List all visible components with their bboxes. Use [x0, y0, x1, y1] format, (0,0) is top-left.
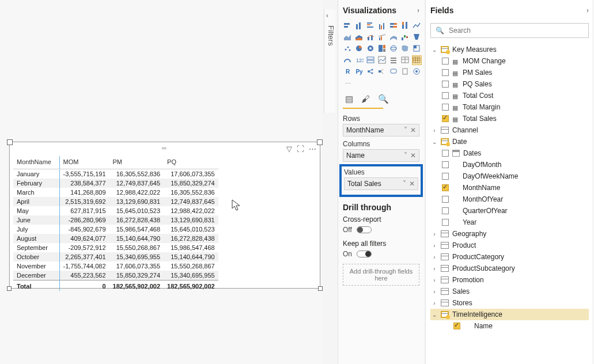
table-node[interactable]: ⌄ Date: [430, 136, 589, 147]
field-node[interactable]: ▦ Total Margin: [430, 101, 589, 113]
field-checkbox[interactable]: [442, 207, 449, 214]
clustered-column-icon[interactable]: [377, 21, 387, 31]
col-header[interactable]: PM: [109, 156, 164, 169]
gauge-icon[interactable]: [343, 55, 353, 65]
table-node[interactable]: › Stores: [430, 297, 589, 309]
columns-well[interactable]: Name ˅✕: [343, 149, 419, 162]
multirow-card-icon[interactable]: [366, 55, 376, 65]
remove-icon[interactable]: ✕: [409, 180, 415, 188]
table-node[interactable]: › Geography: [430, 228, 589, 240]
table-row[interactable]: May627,817,91515,645,010,52312,988,422,0…: [13, 206, 218, 215]
hundred-bar-icon[interactable]: [389, 21, 399, 31]
slicer-icon[interactable]: [389, 55, 399, 65]
ribbon-icon[interactable]: [389, 32, 399, 42]
field-node[interactable]: ▦ Total Cost: [430, 90, 589, 101]
filled-map-icon[interactable]: [400, 44, 410, 54]
stacked-area-icon[interactable]: [354, 32, 364, 42]
filter-icon[interactable]: ▽: [286, 145, 292, 153]
table-row[interactable]: March141,268,80912,988,422,02216,305,552…: [13, 188, 218, 197]
pie-icon[interactable]: [354, 44, 364, 54]
kpi-icon[interactable]: [377, 55, 387, 65]
col-header[interactable]: MOM: [59, 156, 109, 169]
filters-pane-collapsed[interactable]: ‹ Filters: [324, 9, 335, 113]
field-node[interactable]: Year: [430, 217, 589, 228]
values-well[interactable]: Total Sales ˅✕: [344, 177, 418, 190]
table-row[interactable]: February238,584,37712,749,837,64515,850,…: [13, 179, 218, 188]
field-checkbox[interactable]: [442, 104, 449, 111]
table-node[interactable]: ⌄ TimeIntelligence: [430, 309, 589, 320]
treemap-icon[interactable]: [377, 44, 387, 54]
chevron-right-icon[interactable]: ›: [417, 6, 419, 14]
field-checkbox[interactable]: [442, 184, 449, 191]
line-clustered-icon[interactable]: [377, 32, 387, 42]
table-node[interactable]: › Channel: [430, 124, 589, 136]
matrix-icon[interactable]: [412, 55, 422, 65]
remove-icon[interactable]: ✕: [410, 126, 416, 134]
field-node[interactable]: MonthName: [430, 182, 589, 194]
field-node[interactable]: Name: [430, 320, 589, 332]
stacked-bar-icon[interactable]: [343, 21, 353, 31]
area-chart-icon[interactable]: [343, 32, 353, 42]
shape-map-icon[interactable]: [412, 44, 422, 54]
hundred-column-icon[interactable]: [400, 21, 410, 31]
col-header[interactable]: MonthName: [13, 156, 59, 169]
table-row[interactable]: January-3,555,715,19116,305,552,83617,60…: [13, 169, 218, 179]
line-stacked-icon[interactable]: [366, 32, 376, 42]
report-canvas[interactable]: ═ ▽ ⛶ ⋯ MonthName MOM PM PQ January-3,55…: [0, 0, 323, 364]
chevron-down-icon[interactable]: ˅: [404, 126, 407, 134]
fields-tab-icon[interactable]: ▤: [345, 94, 353, 104]
more-options-icon[interactable]: ⋯: [309, 145, 316, 153]
table-row[interactable]: October2,265,377,40115,340,695,95515,140…: [13, 252, 218, 261]
focus-mode-icon[interactable]: ⛶: [297, 145, 304, 153]
rows-well[interactable]: MonthName ˅✕: [343, 124, 419, 136]
field-checkbox[interactable]: [442, 69, 449, 76]
keep-filters-toggle[interactable]: [357, 251, 372, 257]
table-row[interactable]: July-845,902,67915,986,547,46815,645,010…: [13, 225, 218, 234]
field-checkbox[interactable]: [442, 196, 449, 203]
field-node[interactable]: ▦ PQ Sales: [430, 78, 589, 90]
field-node[interactable]: DayOfMonth: [430, 159, 589, 170]
table-row[interactable]: November-1,755,744,08217,606,073,35515,5…: [13, 261, 218, 271]
chevron-down-icon[interactable]: ˅: [403, 180, 406, 188]
drillthrough-drop[interactable]: Add drill-through fields here: [343, 264, 419, 286]
table-row[interactable]: June-286,280,96916,272,828,43813,129,690…: [13, 215, 218, 225]
arcgis-icon[interactable]: [412, 67, 422, 77]
table-node[interactable]: › Promotion: [430, 274, 589, 286]
table-row[interactable]: April2,515,319,69213,129,690,83112,749,8…: [13, 197, 218, 206]
r-visual-icon[interactable]: R: [343, 67, 353, 77]
get-more-visuals-icon[interactable]: ⋯: [343, 78, 353, 88]
decomposition-icon[interactable]: [377, 67, 387, 77]
field-checkbox[interactable]: [442, 92, 449, 99]
format-tab-icon[interactable]: 🖌: [361, 94, 370, 104]
card-icon[interactable]: 123: [354, 55, 364, 65]
field-checkbox[interactable]: [442, 150, 449, 157]
table-row[interactable]: September-209,572,91215,550,268,86715,98…: [13, 243, 218, 252]
donut-icon[interactable]: [366, 44, 376, 54]
field-checkbox[interactable]: [442, 58, 449, 65]
table-row[interactable]: December455,223,56215,850,329,27415,340,…: [13, 271, 218, 280]
scatter-icon[interactable]: [343, 44, 353, 54]
field-checkbox[interactable]: [442, 219, 449, 226]
table-node[interactable]: › Product: [430, 240, 589, 251]
field-node[interactable]: Dates: [430, 147, 589, 159]
analytics-tab-icon[interactable]: 🔍: [378, 94, 389, 104]
table-node[interactable]: › ProductCategory: [430, 251, 589, 263]
table-node[interactable]: › Sales: [430, 286, 589, 297]
field-node[interactable]: ▦ MOM Change: [430, 55, 589, 67]
table-node[interactable]: › ProductSubcategory: [430, 263, 589, 274]
cross-report-toggle[interactable]: [357, 226, 372, 233]
table-icon[interactable]: [400, 55, 410, 65]
field-checkbox[interactable]: [442, 115, 449, 122]
waterfall-icon[interactable]: [400, 32, 410, 42]
table-node[interactable]: ⌄ Key Measures: [430, 44, 589, 55]
chevron-down-icon[interactable]: ˅: [404, 151, 407, 160]
field-checkbox[interactable]: [442, 81, 449, 88]
field-checkbox[interactable]: [442, 173, 449, 180]
python-visual-icon[interactable]: Py: [354, 67, 364, 77]
chevron-right-icon[interactable]: ›: [587, 6, 589, 14]
qa-visual-icon[interactable]: [389, 67, 399, 77]
stacked-column-icon[interactable]: [354, 21, 364, 31]
funnel-icon[interactable]: [412, 32, 422, 42]
field-checkbox[interactable]: [442, 161, 449, 168]
field-node[interactable]: QuarterOfYear: [430, 205, 589, 217]
